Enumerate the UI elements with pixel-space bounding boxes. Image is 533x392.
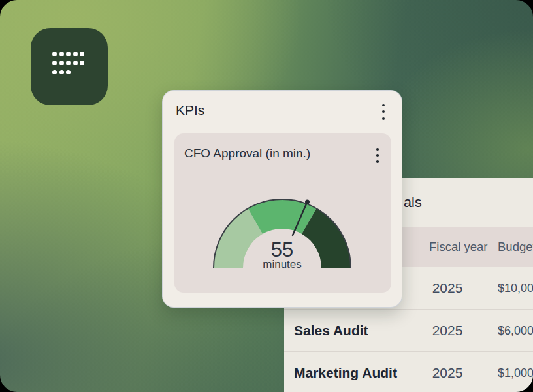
table-row[interactable]: Sales Audit 2025 $6,000 [284, 309, 533, 351]
kebab-menu-icon[interactable] [382, 104, 385, 120]
kpi-widget-card: KPIs CFO Approval (in min.) 55 minutes [162, 90, 402, 308]
desktop-background: als Fiscal year Budget 2025 $10,000 Sale… [0, 0, 533, 392]
cell-name: Sales Audit [294, 323, 368, 338]
cell-budget: $1,000 [498, 367, 533, 380]
gauge-needle-tip-dot [305, 200, 310, 204]
cfo-approval-gauge-widget: CFO Approval (in min.) 55 minutes [174, 133, 391, 293]
dots-grid-icon [52, 52, 84, 74]
cell-fiscal-year: 2025 [415, 280, 480, 296]
cell-budget: $6,000 [498, 324, 533, 338]
gauge-unit-label: minutes [174, 258, 390, 271]
column-header-budget: Budget [498, 240, 533, 254]
cell-name: Marketing Audit [294, 365, 397, 381]
app-icon-launcher[interactable] [31, 28, 108, 105]
table-title-truncated: als [404, 195, 422, 211]
cell-fiscal-year: 2025 [415, 365, 480, 381]
cell-budget: $10,000 [498, 281, 533, 295]
kpi-card-title: KPIs [176, 103, 204, 118]
column-header-fiscal-year: Fiscal year [429, 240, 487, 254]
cell-fiscal-year: 2025 [415, 323, 480, 338]
table-row[interactable]: Marketing Audit 2025 $1,000 [284, 351, 533, 392]
